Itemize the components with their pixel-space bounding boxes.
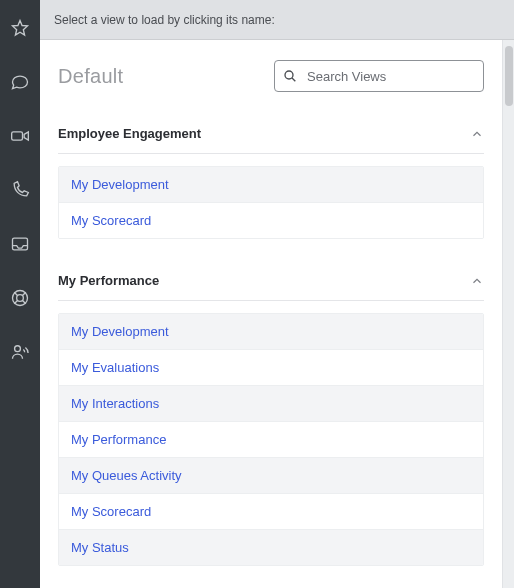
inbox-icon[interactable] — [10, 234, 30, 254]
svg-line-9 — [23, 301, 26, 304]
chat-icon[interactable] — [10, 72, 30, 92]
chevron-up-icon — [470, 127, 484, 141]
group-header[interactable]: Employee Engagement — [58, 112, 484, 154]
svg-line-6 — [14, 292, 17, 295]
scrollbar-track[interactable] — [502, 40, 514, 588]
lifebuoy-icon[interactable] — [10, 288, 30, 308]
svg-line-7 — [23, 292, 26, 295]
star-icon[interactable] — [10, 18, 30, 38]
view-groups-list: Employee EngagementMy DevelopmentMy Scor… — [40, 112, 502, 588]
instruction-bar: Select a view to load by clicking its na… — [40, 0, 514, 40]
group-items: My DevelopmentMy Scorecard — [58, 166, 484, 239]
view-item[interactable]: My Status — [59, 529, 483, 565]
search-wrap — [274, 60, 484, 92]
video-icon[interactable] — [10, 126, 30, 146]
instruction-text: Select a view to load by clicking its na… — [54, 13, 275, 27]
content-area: Default Employee EngagementMy Developmen… — [40, 40, 514, 588]
group-items: My DevelopmentMy EvaluationsMy Interacti… — [58, 313, 484, 566]
view-item[interactable]: My Interactions — [59, 385, 483, 421]
search-input[interactable] — [274, 60, 484, 92]
svg-marker-2 — [24, 132, 28, 140]
svg-marker-0 — [13, 21, 28, 36]
view-item[interactable]: My Development — [59, 314, 483, 349]
view-item[interactable]: My Evaluations — [59, 349, 483, 385]
page-title: Default — [58, 65, 123, 88]
svg-point-10 — [15, 346, 21, 352]
view-item[interactable]: My Development — [59, 167, 483, 202]
group-header[interactable]: My Performance — [58, 259, 484, 301]
view-item[interactable]: My Performance — [59, 421, 483, 457]
group-title: Employee Engagement — [58, 126, 201, 141]
view-item[interactable]: My Scorecard — [59, 202, 483, 238]
main-panel: Select a view to load by clicking its na… — [40, 0, 514, 588]
left-nav-sidebar — [0, 0, 40, 588]
phone-icon[interactable] — [10, 180, 30, 200]
view-item[interactable]: My Scorecard — [59, 493, 483, 529]
scrollbar-thumb[interactable] — [505, 46, 513, 106]
svg-rect-1 — [12, 132, 23, 140]
svg-point-5 — [17, 295, 24, 302]
view-item[interactable]: My Queues Activity — [59, 457, 483, 493]
group-title: My Performance — [58, 273, 159, 288]
chevron-up-icon — [470, 274, 484, 288]
person-signal-icon[interactable] — [10, 342, 30, 362]
svg-line-8 — [14, 301, 17, 304]
